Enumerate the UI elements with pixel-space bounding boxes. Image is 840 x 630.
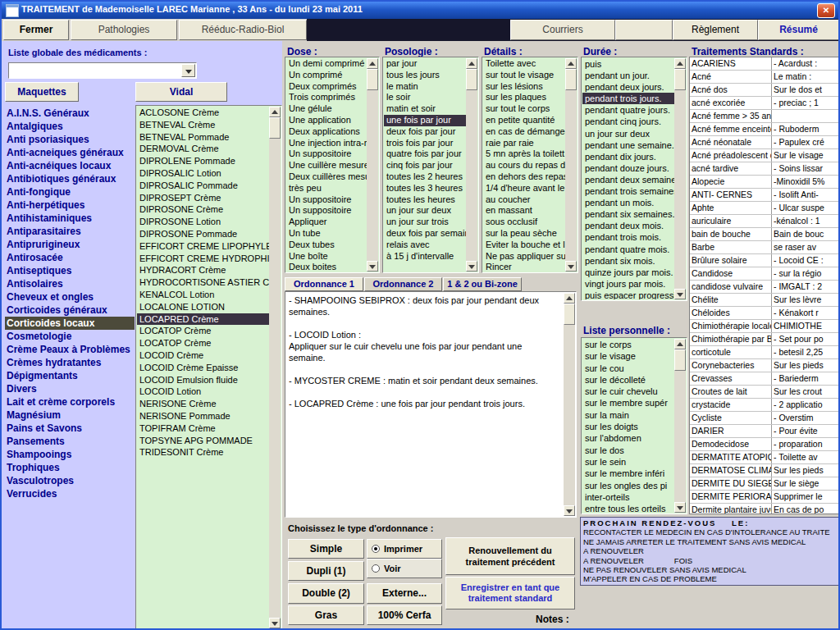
category-item[interactable]: Antirosacée: [5, 251, 135, 264]
perso-item[interactable]: sur les ongles des pi: [582, 480, 674, 491]
dose-item[interactable]: Un demi comprimé: [286, 58, 367, 70]
standards-row[interactable]: Alopecie-Minoxidil 5%: [690, 176, 839, 189]
vidal-item[interactable]: LOCOID Lotion: [137, 386, 269, 398]
standards-row[interactable]: ANTI- CERNES- Isolift Anti-: [690, 189, 839, 202]
posologie-item[interactable]: deux fois par jour: [384, 126, 466, 138]
standards-row[interactable]: Acné néonatale- Papulex cré: [690, 136, 839, 149]
vidal-item[interactable]: DIPROSEPT Crème: [137, 192, 269, 204]
combo-dropdown-icon[interactable]: [181, 64, 195, 77]
vidal-item[interactable]: HYDROCORTISONE ASTIER Crème: [137, 276, 269, 289]
details-item[interactable]: 5 mn après la toilett: [483, 148, 565, 160]
details-item[interactable]: sur les plaques: [483, 92, 565, 103]
standards-row[interactable]: Demodecidose- proparation: [690, 438, 839, 451]
category-item[interactable]: Antisolaires: [5, 277, 135, 290]
standards-row[interactable]: DERMATOSE CLIMATERSur les pieds: [690, 464, 839, 477]
perso-item[interactable]: sur l'abdomen: [582, 432, 674, 444]
dose-item[interactable]: Un suppositoire: [286, 205, 367, 217]
category-item[interactable]: Anti-fongique: [5, 185, 135, 199]
category-item[interactable]: Vasculotropes: [5, 474, 135, 487]
standards-row[interactable]: Aphte- Ulcar suspe: [690, 202, 839, 215]
category-item[interactable]: Cosmetologie: [5, 330, 135, 343]
posologie-item[interactable]: toutes les 2 heures: [384, 171, 466, 183]
dose-item[interactable]: Un suppositoire: [286, 148, 367, 160]
dose-item[interactable]: Une cuillère mesure: [286, 160, 367, 171]
category-item[interactable]: Cheveux et ongles: [5, 290, 135, 304]
scroll-thumb[interactable]: [564, 304, 575, 325]
vidal-item[interactable]: DERMOVAL Crème: [137, 143, 269, 155]
scroll-thumb[interactable]: [466, 69, 477, 90]
dose-item[interactable]: Une application: [286, 115, 367, 126]
standards-row[interactable]: crystacide- 2 applicatio: [690, 399, 839, 412]
standards-row[interactable]: ACARIENS- Acardust :: [690, 57, 839, 71]
duree-item[interactable]: pendant douze jours.: [582, 162, 674, 174]
dose-item[interactable]: Un suppositoire: [286, 194, 367, 206]
scrollbar[interactable]: [565, 58, 577, 272]
gras-button[interactable]: Gras: [288, 605, 364, 625]
details-item[interactable]: sous occlusif: [483, 217, 565, 228]
standards-row[interactable]: Acné dosSur le dos et: [690, 84, 839, 97]
global-med-combobox[interactable]: [8, 62, 197, 79]
ordonnance-tab-1[interactable]: Ordonnance 1: [285, 277, 363, 291]
duree-item[interactable]: pendant un jour.: [582, 70, 674, 81]
details-item[interactable]: en cas de démangea: [483, 126, 565, 138]
dose-item[interactable]: Deux tubes: [286, 240, 367, 251]
standards-row[interactable]: Dermite plantaire juvénilEn cas de po: [690, 504, 839, 514]
perso-item[interactable]: sur le corps: [582, 339, 674, 350]
renouvellement-button[interactable]: Renouvellement du traitement précédent: [445, 537, 575, 575]
prescription-textarea[interactable]: - SHAMPOOING SEBIPROX : deux fois par jo…: [285, 291, 577, 518]
posologie-item[interactable]: deux fois par semaine: [384, 228, 466, 240]
duree-item[interactable]: pendant dix jours.: [582, 151, 674, 162]
details-item[interactable]: 1/4 d'heure avant le: [483, 183, 565, 194]
scroll-thumb[interactable]: [269, 117, 281, 139]
duree-item[interactable]: pendant un mois.: [582, 197, 674, 208]
vidal-item[interactable]: ACLOSONE Crème: [137, 107, 269, 119]
scroll-thumb[interactable]: [367, 69, 378, 90]
perso-item[interactable]: sur le décolleté: [582, 374, 674, 386]
scrollbar[interactable]: [674, 339, 686, 513]
standards-row[interactable]: ChéliteSur les lèvre: [690, 294, 839, 307]
tab-pathologies[interactable]: Pathologies: [71, 20, 177, 40]
duree-item[interactable]: vingt jours par mois.: [582, 278, 674, 290]
category-item[interactable]: Crèmes hydratantes: [5, 356, 135, 369]
standards-row[interactable]: CorynebacteriesSur les pieds: [690, 359, 839, 372]
maquettes-button[interactable]: Maquettes: [5, 82, 79, 102]
category-item[interactable]: Trophiques: [5, 461, 135, 474]
duree-item[interactable]: pendant deux mois.: [582, 220, 674, 231]
category-item[interactable]: Lait et crème corporels: [5, 395, 135, 409]
details-item[interactable]: sur les lésions: [483, 81, 565, 93]
category-item[interactable]: Antihistaminiques: [5, 212, 135, 225]
scrollbar[interactable]: [674, 58, 686, 299]
vidal-item[interactable]: DIPROLENE Pommade: [137, 155, 269, 167]
standards-row[interactable]: DARIER- Pour évite: [690, 425, 839, 438]
standards-row[interactable]: Acné femme enceinte- Ruboderm: [690, 123, 839, 136]
vidal-item[interactable]: LOCATOP Crème: [137, 325, 269, 337]
scroll-up-icon[interactable]: [565, 58, 577, 69]
category-item[interactable]: Anti-acneiques généraux: [5, 146, 135, 159]
duree-item[interactable]: un jour sur deux: [582, 128, 674, 139]
category-item[interactable]: Shampooings: [5, 448, 135, 461]
standards-row[interactable]: corticotule- betesil 2,25: [690, 346, 839, 359]
standards-row[interactable]: Crevasses- Bariederm: [690, 372, 839, 386]
vidal-item[interactable]: DIPROSALIC Pommade: [137, 180, 269, 192]
duree-item[interactable]: puis: [582, 58, 674, 70]
tab-reeduc-radio-biol[interactable]: Rééduc-Radio-Biol: [179, 20, 307, 40]
duree-item[interactable]: pendant deux semaines: [582, 174, 674, 185]
duree-item[interactable]: pendant trois jours.: [582, 93, 674, 104]
scroll-down-icon[interactable]: [269, 618, 281, 628]
scroll-down-icon[interactable]: [564, 505, 575, 516]
perso-item[interactable]: sur le membre inféri: [582, 468, 674, 479]
perso-item[interactable]: sur la main: [582, 409, 674, 421]
duree-item[interactable]: pendant trois semaines: [582, 185, 674, 197]
standards-row[interactable]: Chimiothérapie par BICI- Set pour po: [690, 333, 839, 346]
duree-item[interactable]: pendant une semaine.: [582, 139, 674, 151]
standards-row[interactable]: acné tardive- Soins lissar: [690, 162, 839, 176]
scroll-thumb[interactable]: [565, 69, 577, 90]
posologie-item[interactable]: toutes les heures: [384, 194, 466, 206]
posologie-item[interactable]: par jour: [384, 58, 466, 70]
details-item[interactable]: sur tout le visage: [483, 70, 565, 81]
vidal-item[interactable]: BETNEVAL Crème: [137, 119, 269, 131]
dose-item[interactable]: Deux boites: [286, 262, 367, 272]
standards-row[interactable]: Acné femme > 35 ans: [690, 110, 839, 123]
standards-row[interactable]: Chéloides- Kénakort r: [690, 307, 839, 320]
dose-item[interactable]: Deux cuillères mesur: [286, 171, 367, 183]
